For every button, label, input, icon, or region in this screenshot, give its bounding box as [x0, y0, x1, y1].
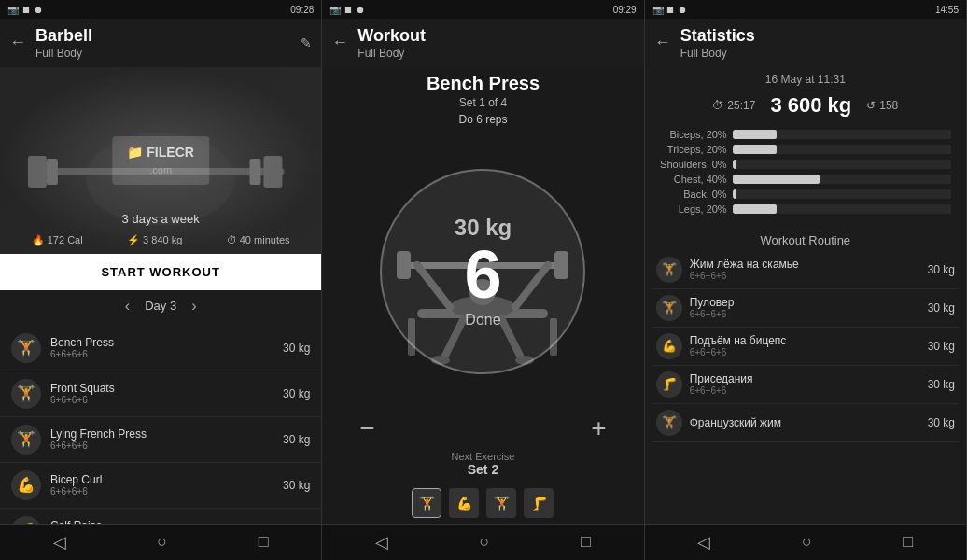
muscle-row-back: Back, 0%	[660, 189, 951, 200]
stats-reps-value: 158	[879, 99, 898, 112]
list-item[interactable]: 🏋 Front Squats 6+6+6+6 30 kg	[0, 371, 321, 417]
back-button-1[interactable]: ←	[9, 33, 26, 52]
muscle-bar-fill-back	[733, 189, 737, 199]
muscle-row-legs: Legs, 20%	[660, 203, 951, 215]
nav-bar-3: ◁ ○ □	[645, 524, 966, 560]
header-info-3: Statistics Full Body	[680, 26, 755, 60]
back-nav-icon-2[interactable]: ◁	[375, 532, 388, 553]
thumb-3[interactable]: 🦵	[524, 488, 554, 518]
stats-date: 16 May at 11:31	[645, 67, 966, 90]
list-item[interactable]: 🏋 Французский жим 30 kg	[652, 404, 959, 442]
exercise-info-2: Lying French Press 6+6+6+6	[50, 427, 283, 451]
muscle-bar-bg-triceps	[733, 145, 951, 154]
next-exercise-area: Next Exercise Set 2	[322, 451, 643, 483]
muscle-bar-fill-chest	[733, 175, 820, 184]
stats-time-value: 25:17	[727, 99, 755, 112]
exercise-name-3: Bicep Curl	[50, 473, 283, 486]
prev-day-button[interactable]: ‹	[125, 298, 130, 315]
day-navigation: ‹ Day 3 ›	[0, 290, 321, 322]
minus-button[interactable]: −	[359, 413, 374, 443]
routine-info-1: Пуловер 6+6+6+6	[690, 296, 928, 319]
workout-reps-prompt: Do 6 reps	[322, 109, 643, 130]
list-item[interactable]: 🦵 Приседания 6+6+6+6 30 kg	[652, 366, 959, 404]
recent-nav-icon-2[interactable]: □	[581, 532, 591, 553]
back-nav-icon-1[interactable]: ◁	[53, 532, 66, 553]
list-item[interactable]: 🏋 Lying French Press 6+6+6+6 30 kg	[0, 417, 321, 463]
muscle-bar-bg-biceps	[733, 130, 951, 139]
next-day-button[interactable]: ›	[191, 298, 196, 315]
plus-button[interactable]: +	[591, 413, 606, 443]
routine-name-3: Приседания	[690, 372, 928, 385]
circle-rep-count: 6	[464, 241, 501, 308]
svg-rect-4	[263, 156, 282, 188]
exercise-name-0: Bench Press	[50, 336, 283, 349]
calories-icon: 🔥	[32, 234, 45, 246]
routine-icon-0: 🏋	[656, 257, 682, 283]
back-nav-icon-3[interactable]: ◁	[697, 532, 710, 553]
thumb-2[interactable]: 🏋	[486, 488, 516, 518]
status-time-2: 09:29	[613, 5, 637, 15]
next-exercise-label: Next Exercise	[322, 451, 643, 462]
panel-statistics: 📷 ⏹ ⏺ 14:55 ← Statistics Full Body 16 Ma…	[645, 0, 967, 560]
muscle-bar-fill-shoulders	[733, 160, 737, 169]
start-workout-button[interactable]: START WORKOUT	[0, 254, 321, 290]
muscle-bar-fill-biceps	[733, 130, 777, 139]
routine-weight-3: 30 kg	[928, 378, 955, 391]
hero-stats-row: 🔥 172 Cal ⚡ 3 840 kg ⏱ 40 minutes	[0, 234, 321, 246]
back-button-2[interactable]: ←	[331, 33, 348, 52]
stats-reps: ↺ 158	[866, 99, 898, 112]
routine-icon-4: 🏋	[656, 410, 682, 436]
back-button-3[interactable]: ←	[654, 33, 671, 52]
panel2-header: ← Workout Full Body	[322, 19, 643, 67]
home-nav-icon-3[interactable]: ○	[802, 532, 812, 553]
svg-rect-5	[249, 159, 260, 185]
hero-image: 📁 FILECR .com 3 days a week 🔥 172 Cal ⚡ …	[0, 67, 321, 254]
routine-weight-1: 30 kg	[928, 301, 955, 315]
list-item[interactable]: 💪 Подъём на бицепс 6+6+6+6 30 kg	[652, 328, 959, 366]
list-item[interactable]: 🏋 Bench Press 6+6+6+6 30 kg	[0, 326, 321, 371]
exercise-sets-2: 6+6+6+6	[50, 441, 283, 451]
exercise-sets-0: 6+6+6+6	[50, 349, 283, 359]
exercise-info-0: Bench Press 6+6+6+6	[50, 336, 283, 359]
edit-icon-1[interactable]: ✎	[301, 35, 312, 50]
routine-weight-2: 30 kg	[928, 340, 955, 353]
exercise-icon-1: 🏋	[11, 379, 41, 409]
list-item[interactable]: 🦵 Calf Raise 8+8+8+8 30 kg	[0, 509, 321, 524]
exercise-weight-0: 30 kg	[283, 342, 310, 355]
home-nav-icon-2[interactable]: ○	[480, 532, 490, 553]
workout-routine-title: Workout Routine	[645, 226, 966, 251]
thumb-0[interactable]: 🏋	[412, 488, 441, 518]
list-item[interactable]: 💪 Bicep Curl 6+6+6+6 30 kg	[0, 463, 321, 509]
header-info-2: Workout Full Body	[357, 26, 426, 60]
thumb-1[interactable]: 💪	[449, 488, 479, 518]
panel1-header: ← Barbell Full Body ✎	[0, 19, 321, 67]
days-per-week: 3 days a week	[122, 212, 200, 226]
workout-controls: − +	[322, 413, 643, 451]
exercise-info-1: Front Squats 6+6+6+6	[50, 382, 283, 405]
list-item[interactable]: 🏋 Пуловер 6+6+6+6 30 kg	[652, 289, 959, 328]
status-bar-1: 📷 ⏹ ⏺ 09:28	[0, 0, 321, 19]
routine-weight-4: 30 kg	[928, 416, 955, 429]
workout-rep-circle[interactable]: 30 kg 6 Done	[380, 169, 585, 374]
svg-rect-2	[28, 156, 47, 188]
routine-info-3: Приседания 6+6+6+6	[690, 372, 928, 396]
list-item[interactable]: 🏋 Жим лёжа на скамье 6+6+6+6 30 kg	[652, 251, 959, 289]
weight-value: 3 840 kg	[143, 234, 182, 245]
time-value: 40 minutes	[240, 234, 290, 245]
recent-nav-icon-1[interactable]: □	[259, 532, 269, 553]
muscle-label-back: Back, 0%	[660, 189, 727, 200]
circle-done-label: Done	[465, 312, 500, 329]
recent-nav-icon-3[interactable]: □	[903, 532, 913, 553]
muscle-row-chest: Chest, 40%	[660, 174, 951, 185]
next-exercise-name: Set 2	[322, 462, 643, 477]
home-nav-icon-1[interactable]: ○	[157, 532, 167, 553]
status-time-3: 14:55	[935, 5, 959, 15]
muscle-label-biceps: Biceps, 20%	[660, 129, 727, 140]
muscle-bar-bg-chest	[733, 175, 951, 184]
stats-summary: ⏱ 25:17 3 600 kg ↺ 158	[645, 90, 966, 125]
routine-sets-2: 6+6+6+6	[690, 347, 928, 357]
routine-weight-0: 30 kg	[928, 263, 955, 276]
routine-icon-1: 🏋	[656, 295, 682, 321]
panel2-title: Workout	[357, 26, 426, 47]
routine-name-1: Пуловер	[690, 296, 928, 309]
